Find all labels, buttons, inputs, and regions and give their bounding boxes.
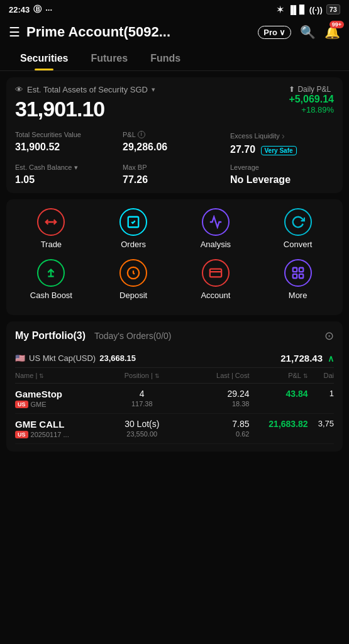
tab-securities[interactable]: Securities (9, 47, 79, 70)
info-icon[interactable]: i (138, 131, 145, 138)
pnl-value: +5,069.14 (289, 94, 334, 105)
stat-value-securities: 31,900.52 (15, 142, 119, 153)
action-analysis[interactable]: Analysis (194, 208, 238, 249)
table-row[interactable]: GME CALL US 20250117 ... 30 Lot(s) 23,55… (15, 414, 334, 444)
quick-actions: Trade Orders Analysis C (6, 199, 343, 315)
stat-value-excess: 27.70 Very Safe (230, 144, 334, 155)
trade-label: Trade (41, 240, 62, 249)
total-assets-value: 31,901.10 (15, 97, 155, 121)
last-gme: 29.24 (178, 389, 250, 399)
svg-rect-5 (210, 269, 221, 277)
action-orders[interactable]: Orders (111, 208, 155, 249)
analysis-icon (202, 208, 230, 236)
pro-label: Pro (263, 28, 277, 37)
notification-button[interactable]: 🔔 99+ (324, 25, 340, 40)
action-more[interactable]: More (276, 259, 320, 300)
stock-sub-gmecall: US 20250117 ... (15, 431, 106, 438)
cost-gme: 18.38 (178, 400, 250, 408)
stat-leverage: Leverage No Leverage (230, 163, 334, 186)
action-trade[interactable]: Trade (29, 208, 73, 249)
more-label: More (289, 291, 307, 300)
us-badge-gmecall: US (15, 431, 28, 438)
cash-chevron[interactable]: ▾ (74, 163, 78, 172)
stat-max-bp: Max BP 77.26 (123, 163, 226, 186)
stat-label-maxbp: Max BP (123, 163, 226, 172)
trade-icon (37, 208, 65, 236)
col-header-position[interactable]: Position | ⇅ (106, 372, 178, 379)
assets-section: 👁 Est. Total Assets of Security SGD ▾ 31… (6, 77, 343, 193)
stat-label-cash: Est. Cash Balance ▾ (15, 163, 119, 172)
tab-funds[interactable]: Funds (139, 47, 192, 70)
portfolio-header: My Portfolio(3) Today's Orders(0/0) ⊙ (15, 329, 334, 343)
svg-rect-10 (299, 274, 302, 278)
header-actions: Pro ∨ 🔍 🔔 99+ (258, 25, 340, 40)
assets-label: 👁 Est. Total Assets of Security SGD ▾ (15, 85, 155, 94)
cashboost-label: Cash Boost (30, 291, 72, 300)
stock-name-gme: GameStop (15, 389, 106, 399)
cell-lastcost-gme: 29.24 18.38 (178, 389, 250, 408)
eye-icon[interactable]: 👁 (15, 85, 23, 94)
stock-sub-gme: US GME (15, 401, 106, 408)
daily-pnl-label: ⬆ Daily P&L (289, 85, 334, 94)
upload-icon: ⬆ (289, 85, 295, 94)
battery-level: 73 (326, 4, 340, 14)
mkt-cap-arrow: ∧ (328, 353, 334, 364)
mkt-cap-left: 🇺🇸 US Mkt Cap(USD) 23,668.15 (15, 353, 136, 363)
pos-top-gme: 4 (106, 389, 178, 399)
portfolio-section: My Portfolio(3) Today's Orders(0/0) ⊙ 🇺🇸… (6, 321, 343, 452)
cell-lastcost-gmecall: 7.85 0.62 (178, 419, 250, 438)
assets-chevron[interactable]: ▾ (152, 86, 155, 94)
stock-name-gmecall: GME CALL (15, 419, 106, 430)
more-icon (284, 259, 312, 287)
action-account[interactable]: Account (194, 259, 238, 300)
portfolio-orders-label[interactable]: Today's Orders(0/0) (94, 331, 172, 341)
pnl-percent: +18.89% (289, 105, 334, 114)
cell-position-gme: 4 117.38 (106, 389, 178, 408)
cashboost-icon (37, 259, 65, 287)
table-row[interactable]: GameStop US GME 4 117.38 29.24 18.38 43.… (15, 384, 334, 414)
col-header-dai: Dai (308, 372, 334, 379)
mkt-cap-left-value: 23,668.15 (99, 353, 136, 363)
cost-gmecall: 0.62 (178, 430, 250, 438)
col-header-name[interactable]: Name | ⇅ (15, 372, 106, 379)
status-b-icon: Ⓑ (33, 4, 42, 15)
pro-badge[interactable]: Pro ∨ (258, 26, 291, 39)
svg-rect-7 (292, 268, 296, 272)
notification-badge: 99+ (330, 21, 344, 28)
orders-label: Orders (121, 240, 146, 249)
pos-top-gmecall: 30 Lot(s) (106, 419, 178, 429)
search-icon[interactable]: 🔍 (300, 25, 316, 40)
tab-futures[interactable]: Futures (79, 47, 139, 70)
ticker-gme: GME (31, 401, 47, 408)
header: ☰ Prime Account(5092... Pro ∨ 🔍 🔔 99+ (0, 19, 349, 47)
stat-label-leverage: Leverage (230, 163, 334, 172)
very-safe-badge: Very Safe (261, 146, 297, 155)
account-title[interactable]: Prime Account(5092... (26, 24, 252, 40)
cell-position-gmecall: 30 Lot(s) 23,550.00 (106, 419, 178, 438)
action-deposit[interactable]: Deposit (111, 259, 155, 300)
menu-icon[interactable]: ☰ (9, 25, 20, 40)
excess-arrow[interactable]: › (282, 130, 285, 142)
account-icon (202, 259, 230, 287)
row-gmecall: GME CALL US 20250117 ... 30 Lot(s) 23,55… (15, 419, 334, 438)
svg-rect-9 (292, 274, 296, 278)
ticker-gmecall: 20250117 ... (31, 431, 69, 438)
action-convert[interactable]: Convert (276, 208, 320, 249)
convert-icon (284, 208, 312, 236)
status-bar: 22:43 Ⓑ ··· ✶ ▐▌▊ ((·)) 73 (0, 0, 349, 19)
col-header-pnl[interactable]: P&L ⇅ (249, 372, 307, 379)
stat-cash-balance: Est. Cash Balance ▾ 1.05 (15, 163, 119, 186)
actions-row-2: Cash Boost Deposit Account (10, 259, 339, 300)
mkt-cap-row[interactable]: 🇺🇸 US Mkt Cap(USD) 23,668.15 21,728.43 ∧ (15, 349, 334, 368)
portfolio-gear-icon[interactable]: ⊙ (324, 329, 334, 343)
deposit-icon (119, 259, 147, 287)
account-label: Account (201, 291, 230, 300)
bluetooth-icon: ✶ (277, 5, 284, 14)
table-header: Name | ⇅ Position | ⇅ Last | Cost P&L ⇅ … (15, 368, 334, 384)
pos-bot-gme: 117.38 (106, 400, 178, 408)
us-flag: 🇺🇸 (15, 353, 25, 363)
main-tabs: Securities Futures Funds (0, 47, 349, 71)
mkt-cap-right: 21,728.43 ∧ (280, 353, 334, 364)
stat-value-pnl: 29,286.06 (123, 142, 226, 153)
action-cashboost[interactable]: Cash Boost (29, 259, 73, 300)
